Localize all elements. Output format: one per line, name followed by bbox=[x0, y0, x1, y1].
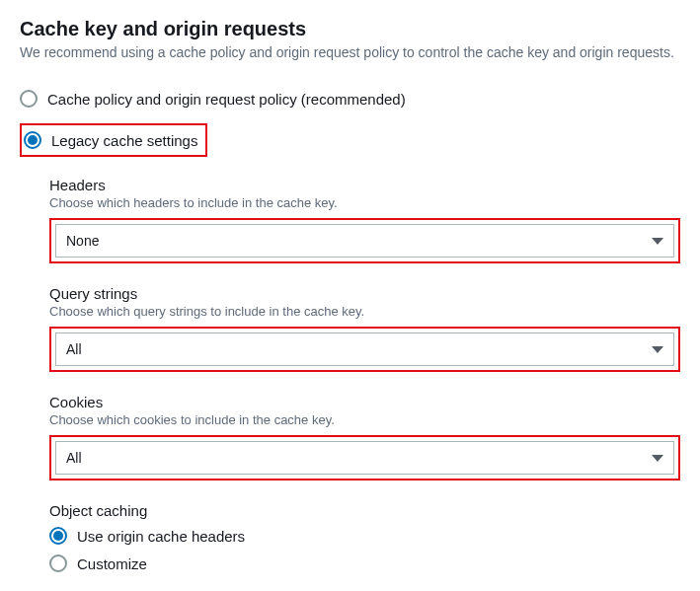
radio-use-origin[interactable]: Use origin cache headers bbox=[49, 527, 680, 545]
headers-sub: Choose which headers to include in the c… bbox=[49, 195, 680, 210]
chevron-down-icon bbox=[652, 455, 663, 462]
headers-dropdown-value: None bbox=[66, 233, 99, 249]
radio-unselected-icon bbox=[49, 554, 67, 572]
radio-label-policy: Cache policy and origin request policy (… bbox=[47, 91, 406, 108]
object-caching-group: Object caching Use origin cache headers … bbox=[49, 502, 680, 572]
chevron-down-icon bbox=[652, 346, 663, 353]
radio-customize[interactable]: Customize bbox=[49, 554, 680, 572]
radio-cache-policy[interactable]: Cache policy and origin request policy (… bbox=[20, 88, 680, 110]
radio-selected-icon bbox=[24, 131, 41, 149]
query-strings-dropdown[interactable]: All bbox=[55, 332, 674, 366]
headers-group: Headers Choose which headers to include … bbox=[49, 177, 680, 263]
radio-dot-icon bbox=[28, 135, 38, 145]
section-title: Cache key and origin requests bbox=[20, 18, 680, 40]
cookies-dropdown-value: All bbox=[66, 450, 82, 466]
headers-dropdown[interactable]: None bbox=[55, 224, 674, 258]
section-subtitle: We recommend using a cache policy and or… bbox=[20, 44, 680, 60]
radio-label-legacy: Legacy cache settings bbox=[51, 132, 197, 149]
radio-selected-icon bbox=[49, 527, 67, 545]
object-caching-label: Object caching bbox=[49, 502, 680, 519]
cookies-dropdown[interactable]: All bbox=[55, 441, 674, 475]
radio-dot-icon bbox=[53, 531, 63, 541]
radio-legacy-cache[interactable]: Legacy cache settings bbox=[24, 129, 197, 151]
query-strings-group: Query strings Choose which query strings… bbox=[49, 285, 680, 372]
query-strings-dropdown-value: All bbox=[66, 341, 82, 357]
query-strings-sub: Choose which query strings to include in… bbox=[49, 304, 680, 319]
cookies-group: Cookies Choose which cookies to include … bbox=[49, 394, 680, 480]
cookies-label: Cookies bbox=[49, 394, 680, 410]
chevron-down-icon bbox=[652, 238, 663, 245]
radio-unselected-icon bbox=[20, 90, 38, 108]
radio-label-use-origin: Use origin cache headers bbox=[77, 528, 245, 545]
headers-label: Headers bbox=[49, 177, 680, 193]
radio-label-customize: Customize bbox=[77, 555, 147, 572]
query-strings-label: Query strings bbox=[49, 285, 680, 302]
cookies-sub: Choose which cookies to include in the c… bbox=[49, 412, 680, 427]
